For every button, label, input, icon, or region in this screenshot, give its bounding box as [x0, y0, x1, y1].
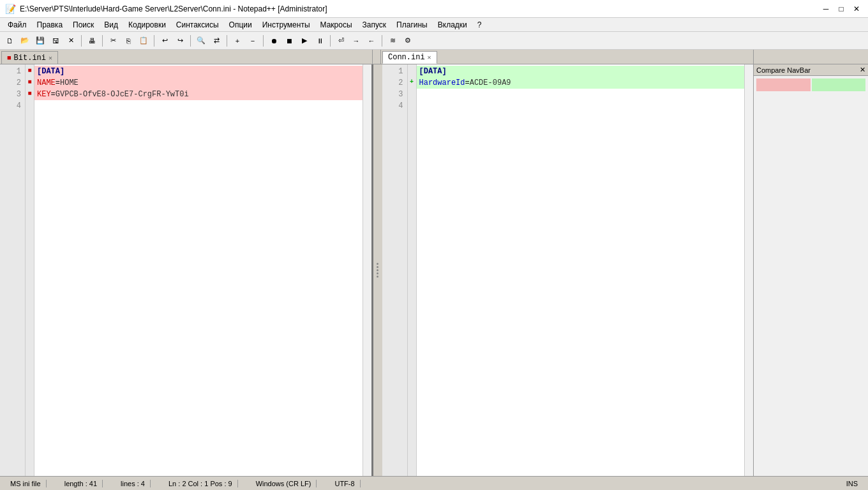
menu-windows[interactable]: Вкладки [433, 18, 472, 32]
minimap-right [812, 78, 866, 91]
window-title: E:\Server\PTS\Interlude\Hard-Game Server… [20, 4, 327, 13]
tab-bit-ini-label: Bit.ini [14, 54, 46, 63]
menu-run[interactable]: Запуск [357, 18, 392, 32]
left-line-numbers: 1 2 3 4 [0, 64, 26, 476]
tb-save-all[interactable]: 🖫 [49, 34, 63, 48]
compare-navbar-title: Compare NavBar [756, 66, 811, 74]
left-line-3: KEY=GVPCB-OfvE8-OJcE7-CrgFR-YwT0i [34, 89, 363, 100]
tab-bit-ini[interactable]: ■ Bit.ini ✕ [1, 51, 58, 64]
menu-syntax[interactable]: Синтаксисы [171, 18, 224, 32]
main-content: 1 2 3 4 ■ ■ ■ [DATA] [0, 64, 868, 476]
toolbar-separator-6 [263, 35, 264, 47]
tb-macro-record[interactable]: ⏺ [267, 34, 281, 48]
tb-undo[interactable]: ↩ [158, 34, 172, 48]
status-insert-mode: INS [841, 480, 863, 487]
tab-bar-splitter [372, 50, 381, 64]
menu-view[interactable]: Вид [99, 18, 123, 32]
left-change-markers: ■ ■ ■ [26, 64, 34, 476]
left-editor-panel: 1 2 3 4 ■ ■ ■ [DATA] [0, 64, 373, 476]
right-code-area[interactable]: [DATA] HardwareId=ACDE-09A9 [417, 64, 745, 476]
tb-outdent[interactable]: ← [364, 34, 378, 48]
status-line-ending: Windows (CR LF) [251, 480, 317, 487]
status-lines: lines : 4 [116, 480, 151, 487]
toolbar-separator-5 [227, 35, 227, 47]
status-length: length : 41 [59, 480, 103, 487]
right-editor-content: 1 2 3 4 + [DATA] [382, 64, 754, 476]
toolbar: 🗋 📂 💾 🖫 ✕ 🖶 ✂ ⎘ 📋 ↩ ↪ 🔍 ⇄ + − ⏺ ⏹ ▶ ⏸ ⏎ … [0, 32, 868, 50]
tb-macro-play[interactable]: ▶ [297, 34, 311, 48]
tb-wrap[interactable]: ⏎ [334, 34, 348, 48]
tb-settings[interactable]: ⚙ [401, 34, 415, 48]
tb-save[interactable]: 💾 [33, 34, 47, 48]
menu-bar: Файл Правка Поиск Вид Кодировки Синтакси… [0, 18, 868, 32]
right-line-3 [417, 89, 745, 100]
menu-search[interactable]: Поиск [68, 18, 99, 32]
tb-paste[interactable]: 📋 [137, 34, 151, 48]
menu-help[interactable]: ? [472, 18, 487, 32]
left-scrollbar[interactable] [363, 64, 371, 476]
compare-minimap [754, 76, 868, 476]
status-bar: MS ini file length : 41 lines : 4 Ln : 2… [0, 476, 868, 490]
tb-macro-save[interactable]: ⏸ [313, 34, 327, 48]
tab-bit-ini-close[interactable]: ✕ [49, 54, 52, 62]
left-line-4 [34, 100, 363, 112]
tb-indent[interactable]: → [349, 34, 363, 48]
tb-open[interactable]: 📂 [18, 34, 32, 48]
tb-copy[interactable]: ⎘ [121, 34, 135, 48]
tb-replace[interactable]: ⇄ [209, 34, 223, 48]
menu-options[interactable]: Опции [224, 18, 257, 32]
left-editor-content: 1 2 3 4 ■ ■ ■ [DATA] [0, 64, 371, 476]
tb-cut[interactable]: ✂ [106, 34, 120, 48]
status-position: Ln : 2 Col : 1 Pos : 9 [163, 480, 238, 487]
right-line-numbers: 1 2 3 4 [382, 64, 408, 476]
toolbar-separator-3 [154, 35, 154, 47]
tab-conn-ini[interactable]: Conn.ini ✕ [382, 51, 437, 64]
app-icon: 📝 [5, 4, 16, 14]
right-scrollbar[interactable] [744, 64, 753, 476]
right-editor-panel: 1 2 3 4 + [DATA] [382, 64, 754, 476]
minimap-left [756, 78, 811, 91]
toolbar-separator-2 [102, 35, 103, 47]
title-bar: 📝 E:\Server\PTS\Interlude\Hard-Game Serv… [0, 0, 868, 18]
menu-edit[interactable]: Правка [32, 18, 68, 32]
split-handle[interactable] [373, 64, 382, 476]
right-change-markers: + [408, 64, 417, 476]
compare-navbar-close-button[interactable]: ✕ [860, 66, 865, 74]
left-line-2: NAME=HOME [34, 77, 363, 89]
compare-navbar: Compare NavBar ✕ [753, 64, 868, 476]
menu-macros[interactable]: Макросы [315, 18, 357, 32]
menu-encoding[interactable]: Кодировки [123, 18, 171, 32]
tb-zoom-out[interactable]: − [246, 34, 260, 48]
toolbar-separator-7 [330, 35, 331, 47]
tb-new[interactable]: 🗋 [3, 34, 17, 48]
tb-zoom-in[interactable]: + [230, 34, 244, 48]
toolbar-separator-8 [382, 35, 382, 47]
status-encoding: UTF-8 [329, 480, 360, 487]
right-line-4 [417, 100, 745, 112]
tab-bar-row: ■ Bit.ini ✕ Conn.ini ✕ [0, 50, 868, 64]
left-code-area[interactable]: [DATA] NAME=HOME KEY=GVPCB-OfvE8-OJcE7-C… [34, 64, 363, 476]
menu-plugins[interactable]: Плагины [391, 18, 433, 32]
tab-conn-ini-label: Conn.ini [388, 53, 425, 62]
close-button[interactable]: ✕ [850, 3, 863, 15]
compare-navbar-tab-area [753, 50, 868, 64]
tab-conn-ini-close[interactable]: ✕ [428, 54, 431, 61]
right-line-2: HardwareId=ACDE-09A9 [417, 77, 745, 89]
right-line-1: [DATA] [417, 66, 745, 77]
tab-modified-icon: ■ [7, 54, 11, 62]
compare-navbar-header: Compare NavBar ✕ [754, 64, 868, 76]
tb-find[interactable]: 🔍 [194, 34, 208, 48]
tb-print[interactable]: 🖶 [85, 34, 99, 48]
left-line-1: [DATA] [34, 66, 363, 77]
toolbar-separator-4 [190, 35, 191, 47]
tb-macro-stop[interactable]: ⏹ [282, 34, 296, 48]
tb-compare[interactable]: ≋ [385, 34, 400, 48]
toolbar-separator-1 [81, 35, 82, 47]
minimize-button[interactable]: ─ [819, 3, 832, 15]
tb-close[interactable]: ✕ [64, 34, 78, 48]
status-file-type: MS ini file [5, 480, 47, 487]
maximize-button[interactable]: □ [835, 3, 848, 15]
menu-file[interactable]: Файл [3, 18, 32, 32]
tb-redo[interactable]: ↪ [173, 34, 187, 48]
menu-tools[interactable]: Инструменты [257, 18, 315, 32]
